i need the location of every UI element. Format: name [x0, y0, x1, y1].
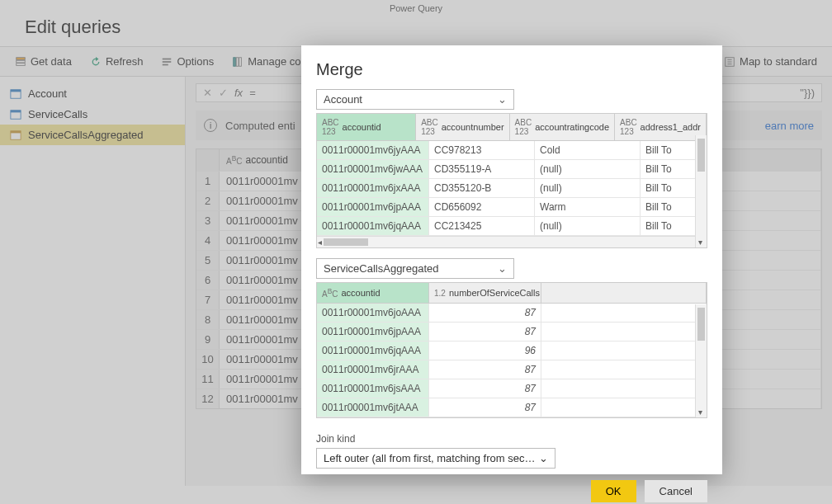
horizontal-scrollbar[interactable]: ◂▸: [317, 236, 707, 247]
type-decimal-icon: 1.2: [434, 289, 446, 298]
table-row[interactable]: 0011r00001mv6jqAAA96: [317, 341, 707, 360]
table2-select-label: ServiceCallsAggregated: [324, 262, 438, 275]
type-abc123-icon: ABC123: [620, 118, 637, 136]
table-row[interactable]: 0011r00001mv6jqAAACC213425(null)Bill To: [317, 217, 707, 236]
table-row[interactable]: 0011r00001mv6jsAAA87: [317, 379, 707, 398]
chevron-down-icon: ⌄: [498, 262, 507, 275]
table-row[interactable]: 0011r00001mv6jtAAA87: [317, 398, 707, 417]
table-row[interactable]: 0011r00001mv6jpAAACD656092WarmBill To: [317, 198, 707, 217]
column-header-accountnumber[interactable]: ABC123accountnumber: [416, 114, 509, 140]
join-kind-value: Left outer (all from first, matching fro…: [324, 452, 535, 464]
column-header-numberofservicecalls[interactable]: 1.2numberOfServiceCalls: [429, 283, 541, 303]
column-header-accountid[interactable]: ABCaccountid: [317, 283, 429, 303]
column-header-empty: [541, 283, 707, 303]
dialog-title: Merge: [316, 60, 707, 79]
vertical-scrollbar[interactable]: ▾: [695, 135, 707, 247]
join-kind-select[interactable]: Left outer (all from first, matching fro…: [316, 448, 555, 469]
vertical-scrollbar[interactable]: ▾: [695, 304, 707, 417]
table1-select[interactable]: Account ⌄: [316, 89, 514, 110]
type-abc123-icon: ABC123: [421, 118, 438, 136]
merge-dialog: Merge Account ⌄ ABC123accountid ABC123ac…: [301, 45, 722, 474]
table-row[interactable]: 0011r00001mv6jwAAACD355119-A(null)Bill T…: [317, 160, 707, 179]
table-row[interactable]: 0011r00001mv6jyAAACC978213ColdBill To: [317, 141, 707, 160]
table-row[interactable]: 0011r00001mv6jpAAA87: [317, 323, 707, 341]
cancel-button[interactable]: Cancel: [645, 480, 707, 502]
chevron-down-icon: ⌄: [539, 452, 548, 464]
type-abc-icon: ABC: [322, 287, 338, 299]
ok-button[interactable]: OK: [591, 480, 636, 502]
column-header-accountid[interactable]: ABC123accountid: [317, 114, 416, 140]
type-abc123-icon: ABC123: [322, 118, 339, 136]
table-row[interactable]: 0011r00001mv6joAAA87: [317, 304, 707, 323]
chevron-down-icon: ⌄: [498, 93, 507, 106]
table2-select[interactable]: ServiceCallsAggregated ⌄: [316, 258, 514, 279]
table1-select-label: Account: [324, 93, 362, 106]
join-kind-label: Join kind: [316, 433, 707, 445]
table1-preview: ABC123accountid ABC123accountnumber ABC1…: [316, 113, 707, 248]
table-row[interactable]: 0011r00001mv6jxAAACD355120-B(null)Bill T…: [317, 179, 707, 198]
table2-preview: ABCaccountid 1.2numberOfServiceCalls 001…: [316, 282, 707, 418]
type-abc123-icon: ABC123: [515, 118, 532, 136]
column-header-accountratingcode[interactable]: ABC123accountratingcode: [510, 114, 615, 140]
column-header-address1[interactable]: ABC123address1_addr: [615, 114, 707, 140]
table-row[interactable]: 0011r00001mv6jrAAA87: [317, 360, 707, 379]
